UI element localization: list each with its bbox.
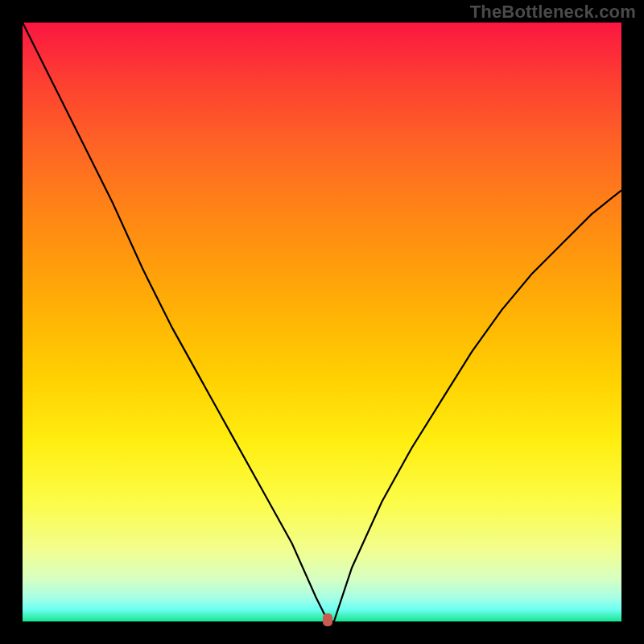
chart-frame: TheBottleneck.com xyxy=(0,0,644,644)
watermark-text: TheBottleneck.com xyxy=(470,2,636,23)
bottleneck-curve xyxy=(0,0,644,644)
optimum-marker xyxy=(323,613,332,626)
